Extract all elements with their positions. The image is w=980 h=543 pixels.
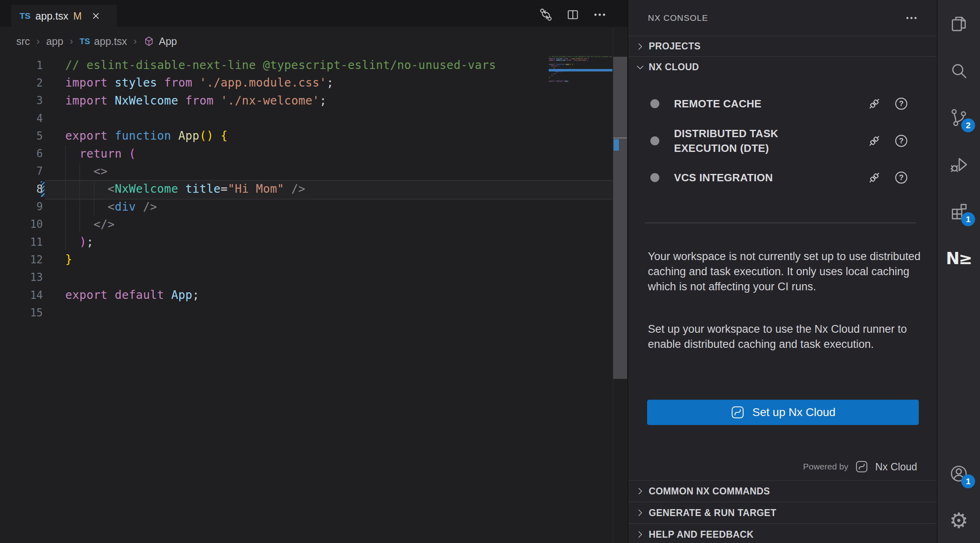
code-line: 11 ); <box>0 233 627 251</box>
close-icon[interactable] <box>91 11 101 21</box>
activity-item-nx-console[interactable]: N≥ <box>938 235 980 282</box>
panel-title-bar: NX CONSOLE <box>628 0 937 36</box>
line-number: 6 <box>0 147 43 160</box>
feature-label: VCS INTEGRATION <box>674 170 773 185</box>
chevron-right-icon: › <box>70 36 73 47</box>
code-line: 4 <box>0 109 627 127</box>
setup-instruction-text: Set up your workspace to use the Nx Clou… <box>648 322 921 352</box>
section-help-and-feedback[interactable]: HELP AND FEEDBACK <box>628 523 937 543</box>
line-number: 15 <box>0 307 43 319</box>
line-number: 7 <box>0 165 43 177</box>
minimap-current-line <box>549 69 612 71</box>
nx-cloud-logo-icon <box>730 405 745 420</box>
section-label: NX CLOUD <box>649 62 699 73</box>
editor-scrollbar[interactable] <box>613 57 627 379</box>
section-projects[interactable]: PROJECTS <box>628 36 937 56</box>
code-line: 14export default App; <box>0 286 627 304</box>
code-line: 12} <box>0 251 627 268</box>
tab-title: app.tsx <box>35 10 69 22</box>
activity-item-accounts[interactable]: 1 <box>938 450 980 497</box>
code-line: 15 <box>0 304 627 321</box>
code-line: 13 <box>0 269 627 286</box>
setup-nx-cloud-button[interactable]: Set up Nx Cloud <box>647 400 919 425</box>
line-number: 11 <box>0 236 43 248</box>
svg-text:?: ? <box>899 137 903 145</box>
workspace-status-text: Your workspace is not currently set up t… <box>648 249 921 294</box>
minimap-line <box>549 82 612 85</box>
breadcrumb-symbol[interactable]: App <box>159 36 177 47</box>
help-question-icon[interactable]: ? <box>894 170 909 185</box>
svg-text:?: ? <box>899 100 903 108</box>
notification-badge: 1 <box>961 212 975 226</box>
nx-cloud-logo-icon <box>855 460 869 474</box>
section-label: PROJECTS <box>649 41 701 52</box>
code-line: 5export function App() { <box>0 127 627 145</box>
tab-bar: TS app.tsx M <box>0 0 627 27</box>
code-line: 9 <div /> <box>0 198 627 215</box>
section-generate-run-target[interactable]: GENERATE & RUN TARGET <box>628 502 937 523</box>
breadcrumb-file[interactable]: app.tsx <box>94 36 127 47</box>
feature-vcs-integration: VCS INTEGRATION ? <box>640 167 920 188</box>
editor-area[interactable]: TS app.tsx M src › app › TS app.tsx › Ap… <box>0 0 627 543</box>
brand-label: Nx Cloud <box>875 461 917 473</box>
powered-by-label: Powered by <box>803 462 848 472</box>
line-number: 13 <box>0 271 43 283</box>
activity-item-run-debug[interactable] <box>938 141 980 188</box>
notification-badge: 2 <box>961 118 975 132</box>
chevron-right-icon <box>635 486 645 496</box>
line-number: 14 <box>0 289 43 301</box>
feature-label: REMOTE CACHE <box>674 96 762 111</box>
line-number: 5 <box>0 130 43 142</box>
panel-title: NX CONSOLE <box>648 0 708 36</box>
section-common-nx-commands[interactable]: COMMON NX COMMANDS <box>628 480 937 502</box>
status-bullet <box>650 99 659 108</box>
divider <box>645 223 916 223</box>
split-editor-icon[interactable] <box>564 6 582 24</box>
breadcrumb: src › app › TS app.tsx › App <box>16 31 177 51</box>
typescript-file-icon: TS <box>20 11 31 21</box>
more-actions-icon[interactable] <box>591 6 609 24</box>
code-line: 7 <> <box>0 162 627 180</box>
help-question-icon[interactable]: ? <box>894 96 909 111</box>
activity-bar: 21N≥ 1⚙ <box>937 0 980 543</box>
activity-item-extensions[interactable]: 1 <box>938 188 980 235</box>
activity-item-source-control[interactable]: 2 <box>938 94 980 141</box>
breadcrumb-src[interactable]: src <box>16 36 30 47</box>
section-nx-cloud[interactable]: NX CLOUD <box>628 56 937 78</box>
breadcrumb-app[interactable]: app <box>46 36 63 47</box>
code-line: 1// eslint-disable-next-line @typescript… <box>0 56 627 74</box>
activity-item-settings[interactable]: ⚙ <box>938 497 980 543</box>
code-line: 10 </> <box>0 216 627 233</box>
chevron-right-icon <box>635 529 645 540</box>
line-number: 10 <box>0 218 43 230</box>
svg-text:?: ? <box>899 174 903 182</box>
button-label: Set up Nx Cloud <box>752 406 836 419</box>
line-number: 1 <box>0 59 43 71</box>
line-number: 8 <box>0 183 43 195</box>
chevron-right-icon <box>635 41 645 52</box>
minimap[interactable]: // eslint-disable-next-line @typescript-… <box>549 56 612 105</box>
activity-item-explorer[interactable] <box>938 0 980 47</box>
code-line: 2import styles from './app.module.css'; <box>0 74 627 91</box>
connect-plug-icon[interactable] <box>867 133 882 149</box>
connect-plug-icon[interactable] <box>867 96 882 111</box>
section-label: COMMON NX COMMANDS <box>649 486 770 497</box>
code-line: 6 return ( <box>0 145 627 162</box>
connect-plug-icon[interactable] <box>867 170 882 185</box>
debug-icon <box>949 154 969 175</box>
section-label: GENERATE & RUN TARGET <box>649 507 776 519</box>
typescript-file-icon: TS <box>80 37 90 46</box>
nx-console-panel: NX CONSOLE PROJECTS NX CLOUD REMOTE CACH… <box>627 0 937 543</box>
code-editor[interactable]: 1// eslint-disable-next-line @typescript… <box>0 56 627 321</box>
feature-label: DISTRIBUTED TASK EXECUTION (DTE) <box>674 126 817 156</box>
more-actions-icon[interactable] <box>902 9 920 27</box>
chevron-down-icon <box>635 62 645 73</box>
open-changes-icon[interactable] <box>537 6 555 24</box>
help-question-icon[interactable]: ? <box>894 133 909 149</box>
tab-app-tsx[interactable]: TS app.tsx M <box>11 5 117 27</box>
code-line: 3import NxWelcome from './nx-welcome'; <box>0 92 627 109</box>
activity-item-search[interactable] <box>938 47 980 94</box>
chevron-right-icon: › <box>133 36 137 47</box>
feature-remote-cache: REMOTE CACHE ? <box>640 93 920 114</box>
line-number: 4 <box>0 112 43 125</box>
